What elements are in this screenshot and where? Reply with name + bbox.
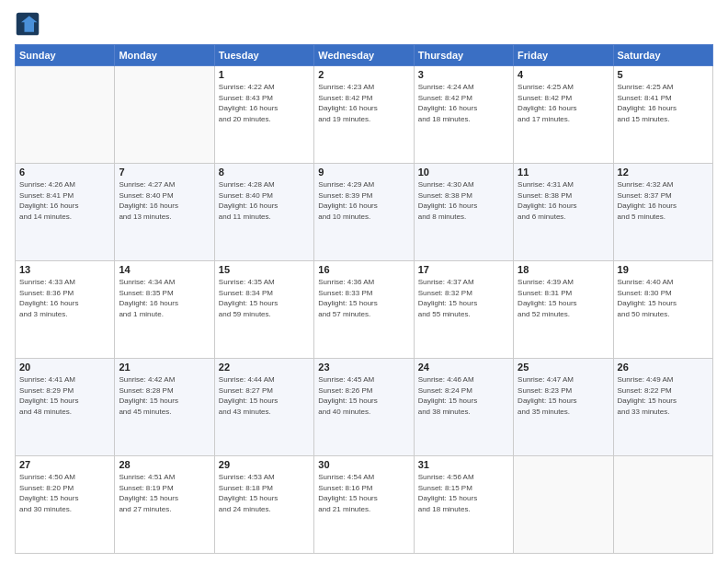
- calendar-cell: [514, 456, 613, 554]
- calendar-cell: 22Sunrise: 4:44 AM Sunset: 8:27 PM Dayli…: [214, 359, 313, 456]
- day-number: 23: [318, 362, 409, 373]
- day-info: Sunrise: 4:46 AM Sunset: 8:24 PM Dayligh…: [418, 374, 509, 417]
- calendar-cell: 5Sunrise: 4:25 AM Sunset: 8:41 PM Daylig…: [613, 66, 712, 164]
- day-number: 14: [119, 264, 210, 275]
- day-info: Sunrise: 4:28 AM Sunset: 8:40 PM Dayligh…: [219, 179, 310, 222]
- day-number: 2: [318, 69, 409, 80]
- calendar-cell: 24Sunrise: 4:46 AM Sunset: 8:24 PM Dayli…: [414, 359, 513, 456]
- col-header-friday: Friday: [514, 45, 613, 66]
- calendar-cell: 2Sunrise: 4:23 AM Sunset: 8:42 PM Daylig…: [314, 66, 414, 164]
- calendar-cell: 3Sunrise: 4:24 AM Sunset: 8:42 PM Daylig…: [414, 66, 513, 164]
- calendar-cell: 8Sunrise: 4:28 AM Sunset: 8:40 PM Daylig…: [214, 164, 313, 261]
- day-info: Sunrise: 4:45 AM Sunset: 8:26 PM Dayligh…: [318, 374, 409, 417]
- day-info: Sunrise: 4:27 AM Sunset: 8:40 PM Dayligh…: [119, 179, 210, 222]
- day-number: 21: [119, 362, 210, 373]
- calendar-cell: 16Sunrise: 4:36 AM Sunset: 8:33 PM Dayli…: [314, 261, 414, 359]
- day-info: Sunrise: 4:31 AM Sunset: 8:38 PM Dayligh…: [518, 179, 609, 222]
- calendar-week-row: 6Sunrise: 4:26 AM Sunset: 8:41 PM Daylig…: [16, 164, 713, 261]
- logo: [15, 11, 44, 37]
- day-info: Sunrise: 4:33 AM Sunset: 8:36 PM Dayligh…: [19, 277, 110, 319]
- calendar-week-row: 13Sunrise: 4:33 AM Sunset: 8:36 PM Dayli…: [16, 261, 713, 359]
- calendar-cell: 19Sunrise: 4:40 AM Sunset: 8:30 PM Dayli…: [613, 261, 712, 359]
- day-number: 1: [219, 69, 310, 80]
- calendar-cell: 27Sunrise: 4:50 AM Sunset: 8:20 PM Dayli…: [16, 456, 115, 554]
- day-number: 15: [219, 264, 310, 275]
- day-info: Sunrise: 4:39 AM Sunset: 8:31 PM Dayligh…: [518, 277, 609, 319]
- day-number: 28: [119, 459, 210, 470]
- calendar-cell: 28Sunrise: 4:51 AM Sunset: 8:19 PM Dayli…: [115, 456, 214, 554]
- calendar-week-row: 27Sunrise: 4:50 AM Sunset: 8:20 PM Dayli…: [16, 456, 713, 554]
- day-number: 18: [518, 264, 609, 275]
- day-number: 30: [318, 459, 409, 470]
- day-info: Sunrise: 4:25 AM Sunset: 8:42 PM Dayligh…: [518, 82, 609, 124]
- day-number: 17: [418, 264, 509, 275]
- day-info: Sunrise: 4:49 AM Sunset: 8:22 PM Dayligh…: [618, 374, 709, 417]
- calendar-cell: 7Sunrise: 4:27 AM Sunset: 8:40 PM Daylig…: [115, 164, 214, 261]
- calendar-cell: 30Sunrise: 4:54 AM Sunset: 8:16 PM Dayli…: [314, 456, 414, 554]
- day-number: 3: [418, 69, 509, 80]
- day-info: Sunrise: 4:51 AM Sunset: 8:19 PM Dayligh…: [119, 472, 210, 514]
- calendar-cell: 12Sunrise: 4:32 AM Sunset: 8:37 PM Dayli…: [613, 164, 712, 261]
- day-number: 26: [618, 362, 709, 373]
- day-info: Sunrise: 4:30 AM Sunset: 8:38 PM Dayligh…: [418, 179, 509, 222]
- day-number: 16: [318, 264, 409, 275]
- day-number: 19: [618, 264, 709, 275]
- day-info: Sunrise: 4:29 AM Sunset: 8:39 PM Dayligh…: [318, 179, 409, 222]
- day-info: Sunrise: 4:22 AM Sunset: 8:43 PM Dayligh…: [219, 82, 310, 124]
- col-header-saturday: Saturday: [613, 45, 712, 66]
- calendar-cell: 9Sunrise: 4:29 AM Sunset: 8:39 PM Daylig…: [314, 164, 414, 261]
- day-number: 7: [119, 167, 210, 178]
- calendar-cell: [613, 456, 712, 554]
- day-info: Sunrise: 4:24 AM Sunset: 8:42 PM Dayligh…: [418, 82, 509, 124]
- day-number: 25: [518, 362, 609, 373]
- day-info: Sunrise: 4:36 AM Sunset: 8:33 PM Dayligh…: [318, 277, 409, 319]
- day-number: 31: [418, 459, 509, 470]
- calendar-cell: 10Sunrise: 4:30 AM Sunset: 8:38 PM Dayli…: [414, 164, 513, 261]
- day-info: Sunrise: 4:23 AM Sunset: 8:42 PM Dayligh…: [318, 82, 409, 124]
- calendar-cell: 29Sunrise: 4:53 AM Sunset: 8:18 PM Dayli…: [214, 456, 313, 554]
- day-number: 8: [219, 167, 310, 178]
- logo-icon: [15, 11, 40, 37]
- calendar-cell: [16, 66, 115, 164]
- day-number: 5: [618, 69, 709, 80]
- day-info: Sunrise: 4:53 AM Sunset: 8:18 PM Dayligh…: [219, 472, 310, 514]
- page: SundayMondayTuesdayWednesdayThursdayFrid…: [0, 0, 728, 563]
- calendar-week-row: 20Sunrise: 4:41 AM Sunset: 8:29 PM Dayli…: [16, 359, 713, 456]
- calendar-cell: 18Sunrise: 4:39 AM Sunset: 8:31 PM Dayli…: [514, 261, 613, 359]
- calendar-cell: 15Sunrise: 4:35 AM Sunset: 8:34 PM Dayli…: [214, 261, 313, 359]
- day-info: Sunrise: 4:44 AM Sunset: 8:27 PM Dayligh…: [219, 374, 310, 417]
- header: [15, 11, 713, 37]
- day-info: Sunrise: 4:41 AM Sunset: 8:29 PM Dayligh…: [19, 374, 110, 417]
- calendar-cell: [115, 66, 214, 164]
- day-info: Sunrise: 4:35 AM Sunset: 8:34 PM Dayligh…: [219, 277, 310, 319]
- calendar-cell: 1Sunrise: 4:22 AM Sunset: 8:43 PM Daylig…: [214, 66, 313, 164]
- calendar-cell: 21Sunrise: 4:42 AM Sunset: 8:28 PM Dayli…: [115, 359, 214, 456]
- day-number: 11: [518, 167, 609, 178]
- calendar: SundayMondayTuesdayWednesdayThursdayFrid…: [15, 44, 713, 554]
- day-info: Sunrise: 4:25 AM Sunset: 8:41 PM Dayligh…: [618, 82, 709, 124]
- calendar-cell: 11Sunrise: 4:31 AM Sunset: 8:38 PM Dayli…: [514, 164, 613, 261]
- day-number: 27: [19, 459, 110, 470]
- day-info: Sunrise: 4:37 AM Sunset: 8:32 PM Dayligh…: [418, 277, 509, 319]
- day-info: Sunrise: 4:54 AM Sunset: 8:16 PM Dayligh…: [318, 472, 409, 514]
- day-number: 4: [518, 69, 609, 80]
- day-number: 9: [318, 167, 409, 178]
- calendar-cell: 13Sunrise: 4:33 AM Sunset: 8:36 PM Dayli…: [16, 261, 115, 359]
- col-header-wednesday: Wednesday: [314, 45, 414, 66]
- day-info: Sunrise: 4:50 AM Sunset: 8:20 PM Dayligh…: [19, 472, 110, 514]
- day-number: 22: [219, 362, 310, 373]
- calendar-cell: 4Sunrise: 4:25 AM Sunset: 8:42 PM Daylig…: [514, 66, 613, 164]
- col-header-monday: Monday: [115, 45, 214, 66]
- day-number: 29: [219, 459, 310, 470]
- calendar-cell: 31Sunrise: 4:56 AM Sunset: 8:15 PM Dayli…: [414, 456, 513, 554]
- day-info: Sunrise: 4:56 AM Sunset: 8:15 PM Dayligh…: [418, 472, 509, 514]
- calendar-cell: 23Sunrise: 4:45 AM Sunset: 8:26 PM Dayli…: [314, 359, 414, 456]
- day-number: 13: [19, 264, 110, 275]
- day-number: 12: [618, 167, 709, 178]
- calendar-cell: 6Sunrise: 4:26 AM Sunset: 8:41 PM Daylig…: [16, 164, 115, 261]
- calendar-cell: 20Sunrise: 4:41 AM Sunset: 8:29 PM Dayli…: [16, 359, 115, 456]
- col-header-thursday: Thursday: [414, 45, 513, 66]
- calendar-cell: 14Sunrise: 4:34 AM Sunset: 8:35 PM Dayli…: [115, 261, 214, 359]
- day-info: Sunrise: 4:34 AM Sunset: 8:35 PM Dayligh…: [119, 277, 210, 319]
- day-info: Sunrise: 4:47 AM Sunset: 8:23 PM Dayligh…: [518, 374, 609, 417]
